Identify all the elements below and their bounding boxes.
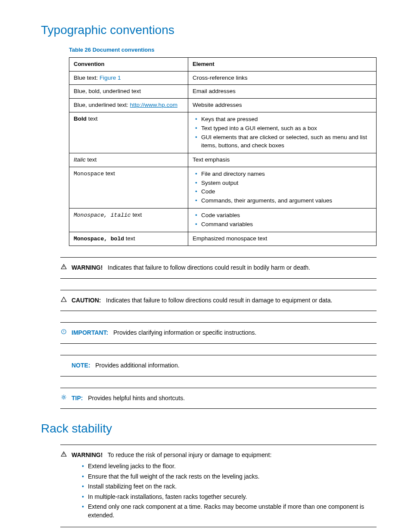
table-row: Monospace text File and directory names … [69, 167, 377, 208]
list-item: Extend only one rack component at a time… [88, 502, 377, 520]
important-admonition: IMPORTANT: Provides clarifying informati… [60, 322, 377, 344]
cell-element: Website addresses [188, 99, 377, 112]
section-heading: Rack stability [41, 420, 377, 437]
list-item: Commands, their arguments, and argument … [201, 196, 372, 205]
note-admonition: NOTE: Provides additional information. [60, 355, 377, 376]
cell-element: File and directory names System output C… [188, 167, 377, 208]
cell-element: Text emphasis [188, 153, 377, 167]
svg-line-12 [62, 398, 62, 399]
warning-text: Indicates that failure to follow directi… [108, 264, 310, 271]
table-row: Blue, bold, underlined text Email addres… [69, 85, 377, 99]
list-item: GUI elements that are clicked or selecte… [201, 133, 372, 150]
cell-element: Keys that are pressed Text typed into a … [188, 112, 377, 153]
cell-convention: Monospace, bold text [69, 232, 188, 246]
cell-element: Emphasized monospace text [188, 232, 377, 246]
caution-icon [60, 296, 67, 305]
url-link[interactable]: http://www.hp.com [130, 102, 177, 108]
table-caption: Table 26 Document conventions [69, 46, 377, 54]
cell-convention: Italic text [69, 153, 188, 167]
tip-label: TIP: [72, 395, 83, 401]
tip-admonition: TIP: Provides helpful hints and shortcut… [60, 388, 377, 409]
warning-label: WARNING! [72, 264, 103, 271]
warning-label: WARNING! [72, 451, 103, 458]
table-row: Monospace, italic text Code variables Co… [69, 208, 377, 232]
cell-convention: Monospace text [69, 167, 188, 208]
list-item: Code [201, 187, 372, 196]
list-item: File and directory names [201, 170, 372, 179]
table-row: Monospace, bold text Emphasized monospac… [69, 232, 377, 246]
cell-convention: Blue text: Figure 1 [69, 71, 188, 85]
svg-point-5 [63, 396, 65, 398]
list-item: Command variables [201, 220, 372, 229]
section-heading: Typographic conventions [41, 22, 377, 38]
rack-warning-intro: To reduce the risk of personal injury or… [108, 451, 272, 458]
cell-convention: Monospace, italic text [69, 208, 188, 232]
svg-line-11 [65, 398, 65, 399]
note-text: Provides additional information. [95, 362, 179, 369]
cell-convention: Blue, underlined text: http://www.hp.com [69, 99, 188, 112]
warning-admonition: WARNING! Indicates that failure to follo… [60, 257, 377, 279]
list-item: Install stabilizing feet on the rack. [88, 482, 377, 492]
table-row: Blue, underlined text: http://www.hp.com… [69, 99, 377, 112]
important-icon [60, 329, 67, 337]
figure-link[interactable]: Figure 1 [100, 75, 121, 81]
table-header-row: Convention Element [69, 58, 377, 71]
cell-element: Cross-reference links [188, 71, 377, 85]
table-row: Bold text Keys that are pressed Text typ… [69, 112, 377, 153]
cell-element: Email addresses [188, 85, 377, 99]
list-item: Code variables [201, 211, 372, 220]
list-item: In multiple-rack installations, fasten r… [88, 492, 377, 502]
list-item: Extend leveling jacks to the floor. [88, 461, 377, 472]
list-item: Text typed into a GUI element, such as a… [201, 124, 372, 133]
cell-convention: Blue, bold, underlined text [69, 85, 188, 99]
important-label: IMPORTANT: [72, 329, 108, 336]
note-label: NOTE: [72, 362, 90, 369]
conventions-table: Convention Element Blue text: Figure 1 C… [69, 57, 377, 246]
list-item: System output [201, 179, 372, 188]
caution-admonition: CAUTION: Indicates that failure to follo… [60, 290, 377, 311]
tip-icon [60, 394, 67, 403]
warning-icon [60, 451, 67, 460]
list-item: Keys that are pressed [201, 115, 372, 124]
table-row: Italic text Text emphasis [69, 153, 377, 167]
list-item: Ensure that the full weight of the rack … [88, 472, 377, 482]
table-row: Blue text: Figure 1 Cross-reference link… [69, 71, 377, 85]
col-header-element: Element [188, 58, 377, 71]
tip-text: Provides helpful hints and shortcuts. [88, 395, 185, 401]
cell-element: Code variables Command variables [188, 208, 377, 232]
svg-line-13 [65, 395, 65, 396]
svg-line-10 [62, 395, 62, 396]
col-header-convention: Convention [69, 58, 188, 71]
cell-convention: Bold text [69, 112, 188, 153]
caution-text: Indicates that failure to follow directi… [106, 297, 332, 304]
important-text: Provides clarifying information or speci… [113, 329, 256, 336]
caution-label: CAUTION: [72, 297, 101, 304]
warning-icon [60, 264, 67, 272]
rack-warning-admonition: WARNING! To reduce the risk of personal … [60, 445, 377, 527]
